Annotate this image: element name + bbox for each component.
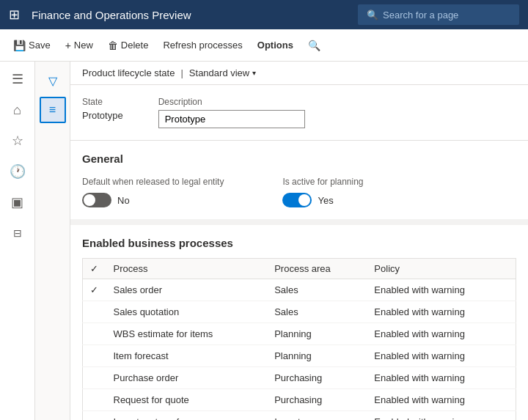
table-row[interactable]: ✓ Sales order Sales Enabled with warning [83, 279, 516, 301]
row-policy-5: Enabled with warning [367, 389, 516, 411]
table-row[interactable]: WBS estimate for items Planning Enabled … [83, 323, 516, 345]
row-area-6: Inventory [267, 411, 367, 421]
search-command-icon: 🔍 [308, 40, 320, 51]
row-area-4: Purchasing [267, 367, 367, 389]
new-label: New [74, 40, 93, 51]
default-toggle-switch[interactable] [82, 193, 111, 207]
grid-icon[interactable]: ⊞ [9, 7, 20, 23]
row-check-4 [83, 367, 106, 389]
main-layout: ☰ ⌂ ☆ 🕐 ▣ ⊟ ▽ ≡ Product lifecycle state … [0, 62, 528, 420]
planning-toggle-control: Yes [282, 193, 363, 207]
process-table: ✓ Process Process area Policy ✓ Sales or… [82, 258, 516, 420]
col-check: ✓ [83, 259, 106, 279]
sidebar-panel: ▽ ≡ [35, 62, 70, 420]
description-label: Description [158, 97, 305, 107]
general-section-title: General [82, 152, 516, 165]
search-placeholder: Search for a page [383, 10, 458, 21]
nav-recent-icon[interactable]: 🕐 [1, 157, 34, 186]
nav-menu-icon[interactable]: ☰ [1, 65, 34, 94]
content-area: Product lifecycle state | Standard view … [70, 62, 528, 420]
row-area-3: Planning [267, 345, 367, 367]
save-button[interactable]: 💾 Save [6, 29, 58, 62]
row-check-1 [83, 301, 106, 323]
row-process-6: Inventory transfer [106, 411, 268, 421]
col-process: Process [106, 259, 268, 279]
row-area-2: Planning [267, 323, 367, 345]
app-title: Finance and Operations Preview [32, 9, 349, 21]
default-toggle-value: No [117, 195, 130, 206]
options-label: Options [257, 40, 293, 51]
chevron-down-icon: ▾ [252, 69, 256, 77]
nav-workspaces-icon[interactable]: ▣ [1, 188, 34, 217]
delete-icon: 🗑 [108, 40, 118, 51]
list-view-icon[interactable]: ≡ [40, 97, 66, 123]
row-check-3 [83, 345, 106, 367]
nav-modules-icon[interactable]: ⊟ [1, 218, 34, 248]
refresh-label: Refresh processes [163, 40, 242, 51]
top-bar: ⊞ Finance and Operations Preview 🔍 Searc… [0, 0, 528, 29]
form-field-row: State Prototype Description [82, 97, 516, 128]
table-header-row: ✓ Process Process area Policy [83, 259, 516, 279]
general-section: General Default when released to legal e… [70, 140, 528, 219]
page-name: Product lifecycle state [82, 67, 175, 78]
default-toggle-group: Default when released to legal entity No [82, 177, 224, 207]
row-policy-3: Enabled with warning [367, 345, 516, 367]
delete-label: Delete [121, 40, 149, 51]
search-bar[interactable]: 🔍 Search for a page [358, 4, 519, 25]
table-row[interactable]: Request for quote Purchasing Enabled wit… [83, 389, 516, 411]
save-icon: 💾 [13, 40, 26, 51]
row-area-5: Purchasing [267, 389, 367, 411]
row-area-1: Sales [267, 301, 367, 323]
state-field-group: State Prototype [82, 97, 123, 128]
planning-toggle-value: Yes [318, 195, 333, 206]
content-header: Product lifecycle state | Standard view … [70, 62, 528, 85]
processes-title: Enabled business processes [82, 237, 516, 249]
row-area-0: Sales [267, 279, 367, 301]
toggle-row: Default when released to legal entity No… [82, 177, 516, 207]
command-bar: 💾 Save + New 🗑 Delete Refresh processes … [0, 29, 528, 62]
row-process-3: Item forecast [106, 345, 268, 367]
default-toggle-control: No [82, 193, 224, 207]
row-policy-6: Enabled with warning [367, 411, 516, 421]
new-button[interactable]: + New [58, 29, 100, 62]
refresh-processes-button[interactable]: Refresh processes [155, 29, 249, 62]
row-policy-0: Enabled with warning [367, 279, 516, 301]
save-label: Save [29, 40, 51, 51]
description-input[interactable] [158, 110, 305, 128]
row-process-0: Sales order [106, 279, 268, 301]
filter-icon[interactable]: ▽ [40, 67, 66, 94]
view-dropdown[interactable]: Standard view ▾ [189, 67, 256, 78]
planning-label: Is active for planning [282, 177, 363, 187]
nav-favorites-icon[interactable]: ☆ [1, 126, 34, 155]
state-value: Prototype [82, 110, 123, 121]
table-row[interactable]: Inventory transfer Inventory Enabled wit… [83, 411, 516, 421]
row-policy-4: Enabled with warning [367, 367, 516, 389]
table-row[interactable]: Purchase order Purchasing Enabled with w… [83, 367, 516, 389]
form-section: State Prototype Description [70, 85, 528, 140]
row-check-5 [83, 389, 106, 411]
row-process-1: Sales quotation [106, 301, 268, 323]
default-label: Default when released to legal entity [82, 177, 224, 187]
new-icon: + [65, 40, 71, 51]
search-icon: 🔍 [367, 10, 378, 21]
row-check-2 [83, 323, 106, 345]
col-area: Process area [267, 259, 367, 279]
row-process-2: WBS estimate for items [106, 323, 268, 345]
nav-home-icon[interactable]: ⌂ [1, 95, 34, 125]
row-process-5: Request for quote [106, 389, 268, 411]
row-check-6 [83, 411, 106, 421]
row-policy-2: Enabled with warning [367, 323, 516, 345]
options-button[interactable]: Options [250, 29, 301, 62]
table-row[interactable]: Sales quotation Sales Enabled with warni… [83, 301, 516, 323]
col-policy: Policy [367, 259, 516, 279]
view-label: Standard view [189, 67, 249, 78]
delete-button[interactable]: 🗑 Delete [100, 29, 156, 62]
planning-toggle-group: Is active for planning Yes [282, 177, 363, 207]
left-nav: ☰ ⌂ ☆ 🕐 ▣ ⊟ [0, 62, 35, 420]
search-command-button[interactable]: 🔍 [301, 29, 328, 62]
description-field-group: Description [158, 97, 305, 128]
table-row[interactable]: Item forecast Planning Enabled with warn… [83, 345, 516, 367]
planning-toggle-switch[interactable] [282, 193, 312, 207]
state-label: State [82, 97, 123, 107]
row-policy-1: Enabled with warning [367, 301, 516, 323]
